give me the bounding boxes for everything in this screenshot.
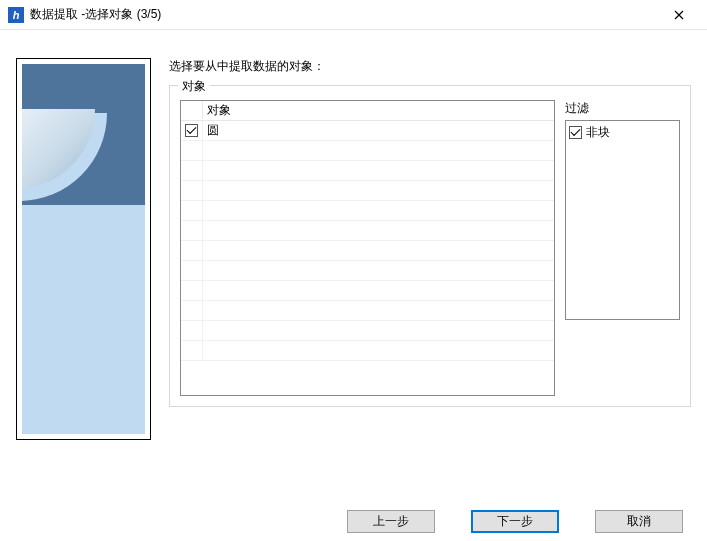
titlebar: h 数据提取 -选择对象 (3/5) — [0, 0, 707, 30]
object-row-empty — [181, 141, 554, 161]
object-row-empty — [181, 341, 554, 361]
object-row-empty — [181, 181, 554, 201]
object-row-empty — [181, 301, 554, 321]
object-checkbox[interactable] — [185, 124, 198, 137]
preview-page — [22, 64, 145, 434]
object-row-empty — [181, 321, 554, 341]
object-row[interactable]: 圆 — [181, 121, 554, 141]
groupbox-title: 对象 — [178, 78, 210, 95]
app-icon: h — [8, 7, 24, 23]
filter-row[interactable]: 非块 — [569, 124, 676, 141]
instruction-text: 选择要从中提取数据的对象： — [169, 58, 691, 75]
object-groupbox: 对象 对象 圆 过滤 非块 — [169, 85, 691, 407]
close-button[interactable] — [659, 1, 699, 29]
object-row-empty — [181, 221, 554, 241]
object-label: 圆 — [203, 122, 554, 139]
next-button[interactable]: 下一步 — [471, 510, 559, 533]
object-list-header: 对象 — [181, 101, 554, 121]
object-header-label: 对象 — [203, 101, 554, 120]
object-row-empty — [181, 201, 554, 221]
object-row-empty — [181, 241, 554, 261]
content-area: 选择要从中提取数据的对象： 对象 对象 圆 过滤 非块 — [0, 30, 707, 450]
filter-checkbox[interactable] — [569, 126, 582, 139]
object-row-empty — [181, 161, 554, 181]
button-bar: 上一步 下一步 取消 — [0, 450, 707, 541]
back-button[interactable]: 上一步 — [347, 510, 435, 533]
object-row-empty — [181, 261, 554, 281]
cancel-button[interactable]: 取消 — [595, 510, 683, 533]
filter-label: 过滤 — [565, 100, 680, 117]
filter-column: 过滤 非块 — [565, 100, 680, 396]
filter-list[interactable]: 非块 — [565, 120, 680, 320]
close-icon — [674, 10, 684, 20]
filter-item-label: 非块 — [586, 124, 610, 141]
object-row-empty — [181, 281, 554, 301]
window-title: 数据提取 -选择对象 (3/5) — [30, 6, 659, 23]
object-list[interactable]: 对象 圆 — [180, 100, 555, 396]
main-panel: 选择要从中提取数据的对象： 对象 对象 圆 过滤 非块 — [169, 58, 691, 440]
wizard-preview — [16, 58, 151, 440]
